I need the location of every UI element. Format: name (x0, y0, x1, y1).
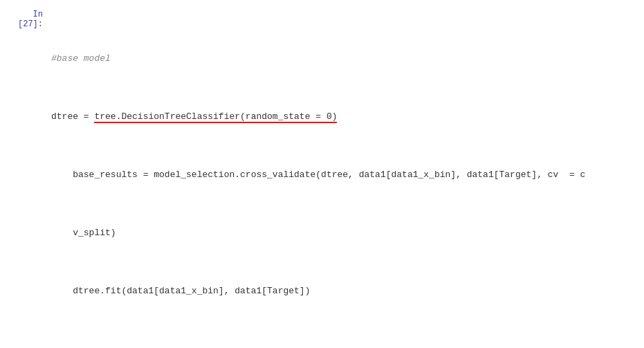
line-comment-base-model: #base model (51, 51, 638, 66)
line-base-results: base_results = model_selection.cross_val… (51, 167, 638, 182)
cell-content[interactable]: #base model dtree = tree.DecisionTreeCla… (48, 6, 644, 348)
notebook-cell: In [27]: #base model dtree = tree.Decisi… (0, 0, 644, 348)
line-dtree-fit: dtree.fit(data1[data1_x_bin], data1[Targ… (51, 284, 638, 298)
cell-label: In [27]: (0, 6, 48, 348)
empty-line-1 (51, 342, 638, 348)
line-cv-split: v_split) (51, 226, 638, 240)
cell-label-text: In [27]: (18, 10, 43, 29)
line-dtree-assign: dtree = tree.DecisionTreeClassifier(rand… (51, 109, 638, 124)
